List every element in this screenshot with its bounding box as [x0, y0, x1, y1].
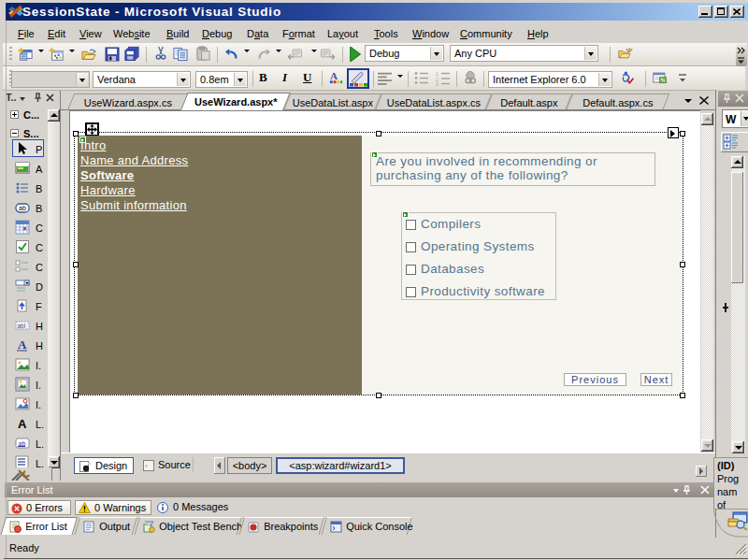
svg-text:ab: ab — [19, 440, 26, 447]
svg-text:A: A — [330, 70, 338, 81]
svg-text:3: 3 — [436, 81, 439, 86]
svg-text:◦: ◦ — [145, 462, 148, 470]
svg-text:A: A — [18, 337, 27, 352]
svg-text:abl: abl — [18, 323, 26, 329]
svg-text:A: A — [18, 417, 27, 431]
svg-text:ab: ab — [19, 205, 26, 211]
